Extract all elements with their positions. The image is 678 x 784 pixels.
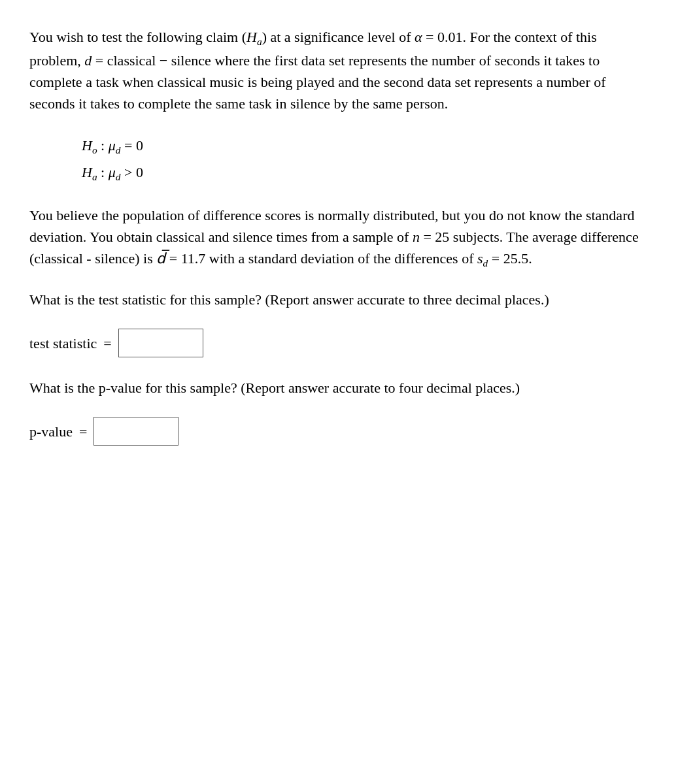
test-statistic-question: What is the test statistic for this samp… (29, 289, 649, 357)
p-value-prompt: What is the p-value for this sample? (Re… (29, 377, 649, 399)
p-value-question: What is the p-value for this sample? (Re… (29, 377, 649, 446)
p-value-equals: = (79, 421, 87, 442)
content-wrapper: You wish to test the following claim (Ha… (29, 26, 649, 446)
alt-hypothesis: Ha : μd > 0 (82, 159, 649, 186)
body-paragraph: You believe the population of difference… (29, 204, 649, 271)
p-value-row: p-value = (29, 417, 649, 446)
hypotheses-block: Ho : μd = 0 Ha : μd > 0 (82, 133, 649, 186)
test-statistic-prompt: What is the test statistic for this samp… (29, 289, 649, 310)
test-statistic-equals: = (103, 333, 111, 354)
null-hypothesis: Ho : μd = 0 (82, 133, 649, 159)
test-statistic-label: test statistic (29, 333, 97, 354)
test-statistic-row: test statistic = (29, 329, 649, 357)
p-value-label: p-value (29, 421, 73, 442)
test-statistic-input[interactable] (118, 329, 203, 357)
intro-paragraph: You wish to test the following claim (Ha… (29, 26, 649, 114)
p-value-input[interactable] (93, 417, 178, 446)
